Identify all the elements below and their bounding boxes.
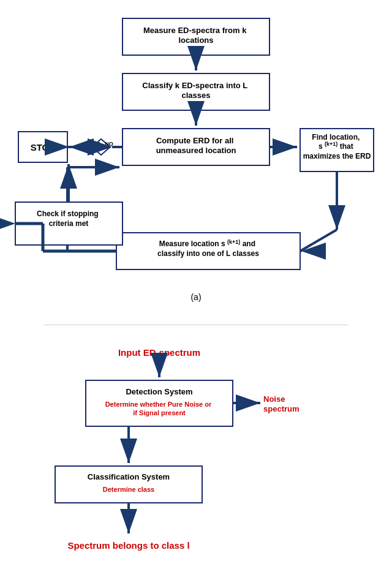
output-label: Spectrum belongs to class l <box>67 540 189 551</box>
box3-text: Compute ERD for all unmeasured location <box>156 136 236 155</box>
part-a-diagram: Measure ED-spectra from k locations Clas… <box>6 12 386 318</box>
classification-box <box>55 466 202 503</box>
classification-title: Classification System <box>88 472 170 481</box>
caption-a: (a) <box>190 292 201 302</box>
box6-text: Measure location s (k+1) and classify in… <box>157 237 259 258</box>
stop-text: STOP <box>31 142 56 153</box>
no-text: NO <box>105 141 113 147</box>
part-b-svg: Input ED-spectrum Detection System Deter… <box>18 344 374 580</box>
main-container: Measure ED-spectra from k locations Clas… <box>0 0 392 580</box>
classification-sub: Determine class <box>103 486 154 493</box>
input-label: Input ED-spectrum <box>118 347 200 358</box>
section-divider <box>44 325 348 325</box>
detection-title: Detection System <box>126 387 192 396</box>
part-a-svg: Measure ED-spectra from k locations Clas… <box>12 12 380 312</box>
noise-label: Noise spectrum <box>263 394 300 413</box>
arrow4b-line <box>300 230 337 251</box>
part-b-diagram: Input ED-spectrum Detection System Deter… <box>6 337 386 580</box>
